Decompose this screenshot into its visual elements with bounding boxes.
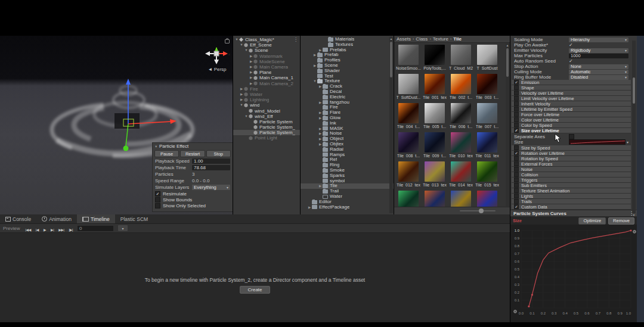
tab-plastic-scm[interactable]: Plastic SCM <box>115 214 153 223</box>
foldout-arrow-icon[interactable]: ▶ <box>312 52 317 58</box>
hierarchy-menu-icon[interactable]: ⋮ <box>293 37 298 42</box>
checkbox-checked[interactable]: ✓ <box>155 191 160 197</box>
module-checkbox[interactable] <box>514 107 519 111</box>
transport-button-1[interactable]: |◀ <box>33 228 41 232</box>
asset-item[interactable]: T_SoftDust... <box>395 72 422 101</box>
project-folder-item[interactable]: ▶Object <box>301 136 394 142</box>
asset-item[interactable]: Tile_005_t... <box>422 101 448 130</box>
property-dropdown[interactable]: Disabled▾ <box>569 75 628 80</box>
module-checkbox[interactable] <box>514 91 519 95</box>
foldout-arrow-icon[interactable]: ▶ <box>318 84 323 89</box>
project-folder-item[interactable]: ▶Tile <box>301 183 394 189</box>
hierarchy-item[interactable]: ▼wind <box>233 102 300 108</box>
tab-animation[interactable]: Animation <box>36 214 77 223</box>
project-folder-item[interactable]: ▶Crack <box>301 84 394 89</box>
optimize-button[interactable]: Optimize <box>578 217 606 225</box>
module-checkbox[interactable] <box>514 177 519 182</box>
property-dropdown[interactable]: Rigidbody▾ <box>569 48 628 53</box>
hierarchy-item[interactable]: ▶ModeScene <box>233 59 300 64</box>
particle-panel-checkrow[interactable]: Show Bounds <box>153 197 233 203</box>
breadcrumb-item[interactable]: Class <box>416 36 428 42</box>
foldout-arrow-icon[interactable]: ▶ <box>249 54 253 59</box>
asset-item[interactable]: PolyTools,... <box>422 43 448 72</box>
foldout-arrow-icon[interactable]: ▶ <box>249 70 253 75</box>
curve-editor[interactable]: 1.00.90.80.70.60.50.40.30.20.10.00.10.20… <box>510 225 637 322</box>
scene-view[interactable]: x ◄ Persp ▼ Particle Effect PauseRestart… <box>0 36 233 214</box>
foldout-arrow-icon[interactable]: ▶ <box>249 59 253 64</box>
foldout-arrow-icon[interactable]: ▼ <box>312 79 317 84</box>
slider-handle[interactable] <box>479 208 484 213</box>
curve-dropdown-icon[interactable]: ▾ <box>627 140 628 144</box>
project-folder-item[interactable]: ▼Texture <box>301 79 394 84</box>
project-folder-item[interactable]: Ink <box>301 121 394 126</box>
separate-axes-checkbox[interactable] <box>569 134 574 139</box>
project-folder-item[interactable]: ▶Scene <box>301 63 394 68</box>
foldout-arrow-icon[interactable]: ▼ <box>244 114 249 119</box>
asset-item[interactable]: NoiseSmoo... <box>395 43 422 72</box>
module-checkbox[interactable] <box>514 183 519 188</box>
project-folder-item[interactable]: Materials <box>301 37 394 42</box>
hierarchy-item[interactable]: ▼Eff_Scene <box>233 42 300 48</box>
foldout-arrow-icon[interactable]: ▼ <box>244 48 249 53</box>
module-checkbox[interactable]: ✓ <box>514 80 519 85</box>
asset-item[interactable] <box>474 189 500 207</box>
foldout-arrow-icon[interactable]: ▶ <box>318 131 323 136</box>
transport-button-0[interactable]: |◀◀ <box>23 228 33 232</box>
project-folder-item[interactable]: ▶Glow <box>301 116 394 121</box>
preview-toggle[interactable]: Preview <box>3 226 20 231</box>
project-folder-item[interactable]: Trail <box>301 189 394 194</box>
asset-item[interactable]: Tile_013_tex <box>422 160 448 189</box>
module-checkbox[interactable] <box>514 112 519 117</box>
module-checkbox[interactable] <box>514 145 519 150</box>
particle-panel-checkrow[interactable]: Show Only Selected <box>153 203 233 208</box>
particle-system-curves-header[interactable]: Particle System Curves ⋮ <box>510 210 637 217</box>
foldout-arrow-icon[interactable]: ▶ <box>318 48 323 53</box>
hierarchy-item[interactable]: ▶Plane <box>233 70 300 75</box>
curve-series-label[interactable]: Size <box>513 218 522 223</box>
breadcrumb-item[interactable]: Assets <box>397 36 411 42</box>
checkbox-unchecked[interactable] <box>155 197 160 203</box>
foldout-arrow-icon[interactable]: ▶ <box>239 92 244 97</box>
asset-item[interactable]: Tile_009_t... <box>422 130 448 160</box>
size-curve-field[interactable] <box>569 139 626 145</box>
foldout-arrow-icon[interactable]: ▶ <box>307 205 312 210</box>
project-folder-item[interactable]: Editor <box>301 200 394 205</box>
hierarchy-item[interactable]: ▶Water <box>233 92 300 97</box>
hierarchy-item[interactable]: ▶Lightning <box>233 97 300 102</box>
asset-item[interactable]: Tile_003_t... <box>474 72 500 101</box>
asset-item[interactable]: Tile_008_t... <box>395 130 422 160</box>
project-folder-item[interactable]: Ring <box>301 163 394 168</box>
project-folder-item[interactable]: ▶Objtex <box>301 142 394 147</box>
asset-item[interactable]: Tile_015_tex <box>474 160 500 189</box>
module-checkbox[interactable] <box>514 167 519 172</box>
foldout-arrow-icon[interactable]: ▶ <box>318 183 323 189</box>
playback-restart-button[interactable]: Restart <box>180 150 205 157</box>
checkbox-checked[interactable]: ✓ <box>569 58 573 64</box>
module-checkbox[interactable] <box>514 188 519 193</box>
foldout-arrow-icon[interactable]: ▶ <box>318 136 323 142</box>
frame-number-field[interactable]: 0 <box>78 226 113 231</box>
module-checkbox[interactable] <box>514 194 519 198</box>
foldout-arrow-icon[interactable]: ▶ <box>249 81 253 86</box>
asset-item[interactable] <box>448 189 474 207</box>
project-folder-item[interactable]: Ramps <box>301 152 394 158</box>
timeline-options-dropdown[interactable]: ▾ <box>118 225 128 231</box>
create-button[interactable]: Create <box>240 286 270 294</box>
foldout-arrow-icon[interactable]: ▶ <box>312 63 317 68</box>
playback-stop-button[interactable]: Stop <box>206 150 231 157</box>
project-folder-item[interactable]: ▶Prefabs <box>301 48 394 53</box>
foldout-arrow-icon[interactable]: ▶ <box>318 100 323 105</box>
property-dropdown[interactable]: Hierarchy▾ <box>569 38 628 42</box>
remove-button[interactable]: Remove <box>608 217 634 225</box>
checkbox-unchecked[interactable] <box>155 203 160 208</box>
asset-item[interactable]: T_Cloud_M2 <box>448 43 474 72</box>
asset-item[interactable]: Tile_011_tex <box>474 130 500 160</box>
checkbox-checked[interactable]: ✓ <box>569 42 573 48</box>
hierarchy-item[interactable]: wind_Model <box>233 108 300 113</box>
project-folder-item[interactable]: Textures <box>301 42 394 48</box>
particle-panel-dropdown[interactable]: Everything▾ <box>192 185 230 190</box>
project-folder-item[interactable]: Fire <box>301 105 394 110</box>
foldout-arrow-icon[interactable]: ▶ <box>318 110 323 116</box>
hierarchy-item[interactable]: ▶Fire <box>233 86 300 92</box>
transport-button-3[interactable]: ▶| <box>48 228 56 232</box>
